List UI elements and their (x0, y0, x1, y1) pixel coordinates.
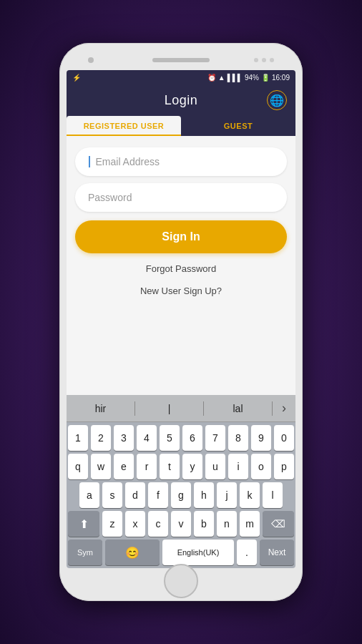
key-6[interactable]: 6 (182, 425, 202, 451)
key-e[interactable]: e (114, 454, 134, 479)
new-user-signup-link[interactable]: New User Sign Up? (75, 284, 287, 298)
app-title: Login (165, 93, 198, 108)
email-field[interactable]: Email Address (75, 147, 287, 176)
key-g[interactable]: g (171, 482, 191, 508)
backspace-key[interactable]: ⌫ (263, 511, 294, 537)
key-r[interactable]: r (137, 454, 157, 479)
key-row-bottom: Sym 😊 English(UK) . Next (68, 540, 294, 565)
signin-button[interactable]: Sign In (75, 220, 287, 253)
keyboard: 1 2 3 4 5 6 7 8 9 0 q w e r t y u i (67, 422, 295, 568)
key-b[interactable]: b (194, 511, 214, 537)
tab-guest[interactable]: GUEST (181, 116, 295, 136)
password-field[interactable]: Password (75, 183, 287, 212)
suggestion-middle[interactable]: | (135, 399, 203, 419)
status-left: ⚡ (72, 74, 81, 82)
keyboard-suggestion-bar: hir | lal › (67, 395, 295, 422)
space-key[interactable]: English(UK) (162, 540, 234, 565)
key-i[interactable]: i (228, 454, 248, 479)
key-3[interactable]: 3 (114, 425, 134, 451)
key-8[interactable]: 8 (228, 425, 248, 451)
phone-frame: ⚡ ⏰ ▲ ▌▌▌ 94% 🔋 16:09 Login 🌐 REGISTERED… (59, 43, 303, 601)
key-p[interactable]: p (274, 454, 294, 479)
key-1[interactable]: 1 (68, 425, 88, 451)
key-w[interactable]: w (91, 454, 111, 479)
next-key[interactable]: Next (260, 540, 294, 565)
key-j[interactable]: j (217, 482, 237, 508)
key-row-asdf: a s d f g h j k l (68, 482, 294, 508)
key-h[interactable]: h (194, 482, 214, 508)
wifi-icon: ▲ (218, 74, 225, 82)
suggestion-left[interactable]: hir (67, 399, 134, 419)
key-9[interactable]: 9 (251, 425, 271, 451)
shift-key[interactable]: ⬆ (68, 511, 99, 537)
tab-bar: REGISTERED USER GUEST (67, 116, 295, 136)
phone-top-bar (67, 50, 295, 70)
camera-dot (88, 57, 94, 63)
content-area: Email Address Password Sign In Forgot Pa… (67, 136, 295, 395)
key-q[interactable]: q (68, 454, 88, 479)
key-u[interactable]: u (205, 454, 225, 479)
front-dots (254, 58, 274, 62)
key-5[interactable]: 5 (160, 425, 180, 451)
key-n[interactable]: n (217, 511, 237, 537)
key-x[interactable]: x (125, 511, 145, 537)
phone-screen: ⚡ ⏰ ▲ ▌▌▌ 94% 🔋 16:09 Login 🌐 REGISTERED… (67, 70, 295, 568)
key-m[interactable]: m (240, 511, 260, 537)
key-c[interactable]: c (148, 511, 168, 537)
key-a[interactable]: a (79, 482, 99, 508)
globe-icon[interactable]: 🌐 (267, 90, 287, 110)
key-0[interactable]: 0 (274, 425, 294, 451)
key-f[interactable]: f (148, 482, 168, 508)
period-key[interactable]: . (237, 540, 257, 565)
status-bar: ⚡ ⏰ ▲ ▌▌▌ 94% 🔋 16:09 (67, 70, 295, 84)
key-7[interactable]: 7 (205, 425, 225, 451)
key-4[interactable]: 4 (137, 425, 157, 451)
status-right: ⏰ ▲ ▌▌▌ 94% 🔋 16:09 (207, 74, 290, 82)
key-row-zxcv: ⬆ z x c v b n m ⌫ (68, 511, 294, 537)
key-row-qwerty: q w e r t y u i o p (68, 454, 294, 479)
battery-icon: 🔋 (261, 74, 270, 82)
key-2[interactable]: 2 (91, 425, 111, 451)
key-y[interactable]: y (182, 454, 202, 479)
app-header: Login 🌐 (67, 84, 295, 116)
tab-registered-user[interactable]: REGISTERED USER (67, 116, 181, 136)
sym-key[interactable]: Sym (68, 540, 102, 565)
email-placeholder: Email Address (96, 156, 160, 167)
time-display: 16:09 (272, 74, 290, 82)
key-row-numbers: 1 2 3 4 5 6 7 8 9 0 (68, 425, 294, 451)
key-t[interactable]: t (160, 454, 180, 479)
suggestion-right[interactable]: lal (204, 399, 272, 419)
battery-percent: 94% (245, 74, 259, 82)
home-button[interactable] (164, 564, 198, 598)
phone-bottom-bar (164, 568, 198, 594)
key-z[interactable]: z (102, 511, 122, 537)
key-l[interactable]: l (263, 482, 283, 508)
speaker-grille (152, 58, 210, 62)
key-k[interactable]: k (240, 482, 260, 508)
key-d[interactable]: d (125, 482, 145, 508)
alarm-icon: ⏰ (207, 74, 216, 82)
key-s[interactable]: s (102, 482, 122, 508)
key-o[interactable]: o (251, 454, 271, 479)
emoji-key[interactable]: 😊 (105, 540, 160, 565)
suggestion-arrow-icon[interactable]: › (273, 401, 295, 416)
forgot-password-link[interactable]: Forgot Password (75, 260, 287, 277)
signal-icon: ▌▌▌ (228, 74, 243, 82)
usb-icon: ⚡ (72, 74, 81, 82)
key-v[interactable]: v (171, 511, 191, 537)
password-placeholder: Password (88, 192, 132, 203)
